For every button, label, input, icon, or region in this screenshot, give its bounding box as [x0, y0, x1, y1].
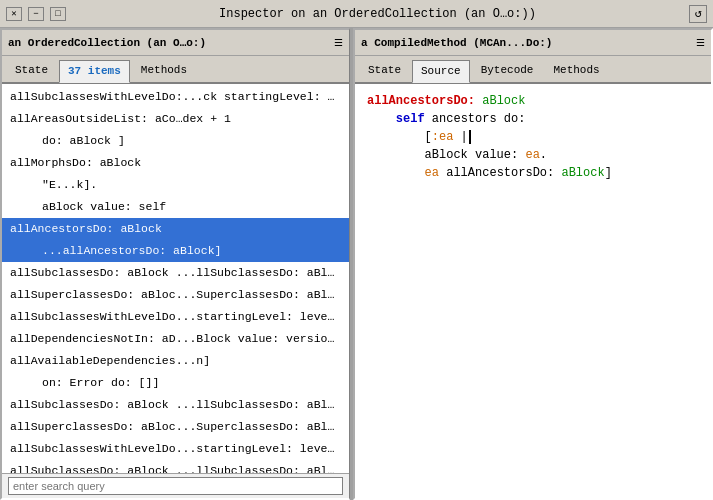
- list-item[interactable]: allAreasOutsideList: aCo…dex + 1: [2, 108, 349, 130]
- list-item[interactable]: allSuperclassesDo: aBloc...SuperclassesD…: [2, 284, 349, 306]
- list-item[interactable]: allAvailableDependencies...n]: [2, 350, 349, 372]
- list-item[interactable]: allSubclassesWithLevelDo...startingLevel…: [2, 306, 349, 328]
- tab-state-right[interactable]: State: [359, 59, 410, 81]
- tab-source[interactable]: Source: [412, 60, 470, 83]
- list-item[interactable]: allSubclassesDo: aBlock ...llSubclassesD…: [2, 394, 349, 416]
- code-line: self ancestors do:: [367, 110, 699, 128]
- right-panel-menu-icon[interactable]: ☰: [696, 37, 705, 49]
- list-item[interactable]: aBlock value: self: [2, 196, 349, 218]
- minimize-button[interactable]: −: [28, 7, 44, 21]
- code-view: allAncestorsDo: aBlock self ancestors do…: [355, 84, 711, 498]
- list-item[interactable]: "E...k].: [2, 174, 349, 196]
- main-container: an OrderedCollection (an O…o:) ☰ State 3…: [0, 28, 713, 500]
- list-item[interactable]: allMorphsDo: aBlock: [2, 152, 349, 174]
- tab-methods-right[interactable]: Methods: [544, 59, 608, 81]
- list-item[interactable]: ...allAncestorsDo: aBlock]: [2, 240, 349, 262]
- list-item[interactable]: allSubclassesWithLevelDo...startingLevel…: [2, 438, 349, 460]
- left-panel: an OrderedCollection (an O…o:) ☰ State 3…: [0, 28, 350, 500]
- list-item[interactable]: allDependenciesNotIn: aD...Block value: …: [2, 328, 349, 350]
- right-panel-tabs: State Source Bytecode Methods: [355, 56, 711, 84]
- list-item[interactable]: allSubclassesWithLevelDo:...ck startingL…: [2, 86, 349, 108]
- search-input[interactable]: [8, 477, 343, 495]
- window-title: Inspector on an OrderedCollection (an O……: [66, 7, 689, 21]
- right-panel-title: a CompiledMethod (MCAn...Do:): [361, 37, 552, 49]
- list-item[interactable]: on: Error do: []]: [2, 372, 349, 394]
- code-line: [:ea |: [367, 128, 699, 146]
- left-panel-content[interactable]: allSubclassesWithLevelDo:...ck startingL…: [2, 84, 349, 473]
- list-item[interactable]: allSubclassesDo: aBlock ...llSubclassesD…: [2, 460, 349, 473]
- title-bar: ✕ − □ Inspector on an OrderedCollection …: [0, 0, 713, 28]
- refresh-button[interactable]: ↺: [689, 5, 707, 23]
- code-line: allAncestorsDo: aBlock: [367, 92, 699, 110]
- tab-state-left[interactable]: State: [6, 59, 57, 81]
- left-panel-menu-icon[interactable]: ☰: [334, 37, 343, 49]
- list-item[interactable]: allSubclassesDo: aBlock ...llSubclassesD…: [2, 262, 349, 284]
- code-line: ea allAncestorsDo: aBlock]: [367, 164, 699, 182]
- left-panel-tabs: State 37 items Methods: [2, 56, 349, 84]
- list-item[interactable]: allSuperclassesDo: aBloc...SuperclassesD…: [2, 416, 349, 438]
- tab-items[interactable]: 37 items: [59, 60, 130, 83]
- tab-methods-left[interactable]: Methods: [132, 59, 196, 81]
- search-bar: [2, 473, 349, 498]
- tab-bytecode[interactable]: Bytecode: [472, 59, 543, 81]
- list-item[interactable]: allAncestorsDo: aBlock: [2, 218, 349, 240]
- close-button[interactable]: ✕: [6, 7, 22, 21]
- left-panel-title: an OrderedCollection (an O…o:): [8, 37, 206, 49]
- list-item[interactable]: do: aBlock ]: [2, 130, 349, 152]
- maximize-button[interactable]: □: [50, 7, 66, 21]
- left-panel-header: an OrderedCollection (an O…o:) ☰: [2, 30, 349, 56]
- right-panel-header: a CompiledMethod (MCAn...Do:) ☰: [355, 30, 711, 56]
- window-controls[interactable]: ✕ − □: [6, 7, 66, 21]
- right-panel: a CompiledMethod (MCAn...Do:) ☰ State So…: [353, 28, 713, 500]
- code-line: aBlock value: ea.: [367, 146, 699, 164]
